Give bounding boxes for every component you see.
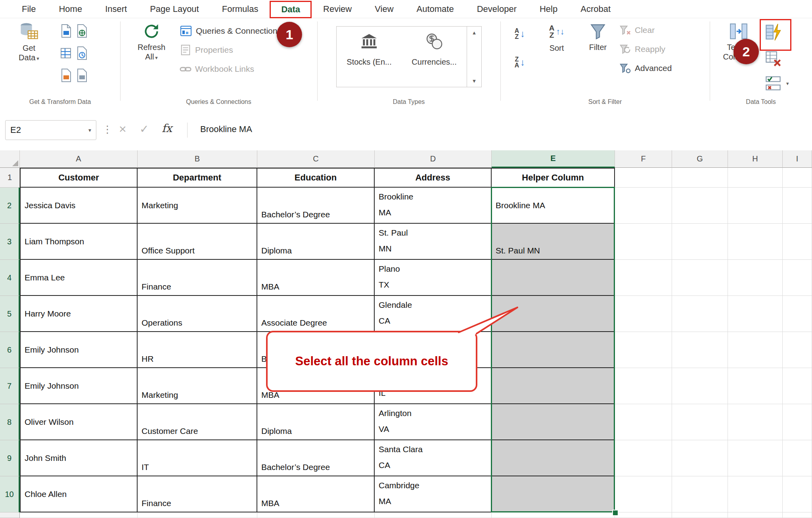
cell-empty[interactable] — [728, 224, 783, 260]
cell-helper[interactable] — [492, 440, 615, 476]
cell-empty[interactable] — [672, 440, 728, 476]
cell-education[interactable]: MBA — [257, 476, 375, 512]
tab-acrobat[interactable]: Acrobat — [569, 0, 622, 18]
existing-connections-button[interactable] — [59, 68, 72, 84]
cell-empty[interactable] — [672, 476, 728, 512]
cell-empty[interactable] — [783, 404, 812, 440]
column-header-F[interactable]: F — [615, 150, 672, 168]
remove-duplicates-button[interactable] — [764, 48, 789, 69]
cell-empty[interactable] — [615, 404, 672, 440]
cell-helper[interactable]: St. Paul MN — [492, 224, 615, 260]
cell-empty[interactable] — [728, 188, 783, 224]
tab-data[interactable]: Data 1 — [270, 1, 312, 18]
refresh-all-button[interactable]: Refresh All▾ — [130, 20, 173, 61]
column-header-E[interactable]: E — [492, 150, 615, 168]
cell-empty[interactable] — [672, 512, 728, 518]
column-header-A[interactable]: A — [20, 150, 138, 168]
cell-customer[interactable]: John Smith — [20, 440, 138, 476]
cell-empty[interactable] — [672, 260, 728, 296]
fill-handle[interactable] — [612, 510, 619, 516]
cell-education[interactable]: Associate Degree — [257, 296, 375, 332]
cell-helper[interactable] — [492, 368, 615, 404]
table-header-helper-column[interactable]: Helper Column — [492, 168, 615, 188]
cell-empty[interactable] — [783, 296, 812, 332]
cell-education[interactable]: Diploma — [257, 404, 375, 440]
cell-empty[interactable] — [492, 512, 615, 518]
tab-file[interactable]: File — [10, 0, 47, 18]
cell-customer[interactable]: Jessica Davis — [20, 188, 138, 224]
column-header-G[interactable]: G — [672, 150, 728, 168]
cell-education[interactable]: MBA — [257, 260, 375, 296]
cell-empty[interactable] — [672, 296, 728, 332]
cell-address[interactable]: CambridgeMA — [375, 476, 492, 512]
insert-function-button[interactable]: fx — [162, 122, 172, 135]
cell-customer[interactable]: Emily Johnson — [20, 368, 138, 404]
from-web-button[interactable] — [75, 24, 88, 40]
cell-customer[interactable]: Oliver Wilson — [20, 404, 138, 440]
table-header-education[interactable]: Education — [257, 168, 375, 188]
row-header-9[interactable]: 9 — [0, 440, 20, 476]
formula-bar-drag-handle[interactable]: ⋮ — [102, 123, 113, 136]
row-header-4[interactable]: 4 — [0, 260, 20, 296]
chevron-down-icon[interactable]: ▾ — [88, 127, 91, 133]
select-all-corner[interactable] — [0, 150, 20, 168]
cell-empty[interactable] — [20, 512, 138, 518]
cell-empty[interactable] — [783, 440, 812, 476]
table-header-customer[interactable]: Customer — [20, 168, 138, 188]
cell-empty[interactable] — [615, 188, 672, 224]
cell-empty[interactable] — [783, 332, 812, 368]
cell-empty[interactable] — [728, 512, 783, 518]
cell-empty[interactable] — [257, 512, 375, 518]
cell-department[interactable]: Office Support — [138, 224, 257, 260]
cell-department[interactable]: Marketing — [138, 188, 257, 224]
gallery-more-button[interactable]: ▴ ▾ — [467, 27, 481, 87]
cell-empty[interactable] — [783, 168, 812, 188]
cell-address[interactable]: BrooklineMA — [375, 188, 492, 224]
cell-empty[interactable] — [615, 512, 672, 518]
cell-empty[interactable] — [728, 168, 783, 188]
row-header-5[interactable]: 5 — [0, 296, 20, 332]
cell-empty[interactable] — [615, 368, 672, 404]
table-header-department[interactable]: Department — [138, 168, 257, 188]
column-header-I[interactable]: I — [783, 150, 812, 168]
cancel-button[interactable]: × — [119, 122, 126, 136]
column-header-B[interactable]: B — [138, 150, 257, 168]
cell-empty[interactable] — [138, 512, 257, 518]
row-header-partial[interactable] — [0, 512, 20, 518]
cell-department[interactable]: Finance — [138, 476, 257, 512]
cell-customer[interactable]: Harry Moore — [20, 296, 138, 332]
cell-empty[interactable] — [672, 224, 728, 260]
tab-review[interactable]: Review — [312, 0, 363, 18]
cell-helper[interactable] — [492, 260, 615, 296]
cell-empty[interactable] — [672, 332, 728, 368]
row-header-10[interactable]: 10 — [0, 476, 20, 512]
stocks-data-type-button[interactable]: Stocks (En... — [337, 27, 402, 87]
cell-empty[interactable] — [615, 168, 672, 188]
cell-address[interactable]: St. PaulMN — [375, 224, 492, 260]
cell-empty[interactable] — [615, 332, 672, 368]
sort-descending-button[interactable]: ZA ↓ — [507, 50, 533, 75]
cell-empty[interactable] — [728, 476, 783, 512]
tab-home[interactable]: Home — [47, 0, 94, 18]
column-header-C[interactable]: C — [257, 150, 375, 168]
tab-page-layout[interactable]: Page Layout — [138, 0, 211, 18]
sort-button[interactable]: AZ ↑↓ Sort — [538, 20, 575, 53]
cell-education[interactable]: Bachelor’s Degree — [257, 188, 375, 224]
cell-helper[interactable]: Brookline MA — [492, 188, 615, 224]
cell-empty[interactable] — [615, 224, 672, 260]
cell-empty[interactable] — [615, 296, 672, 332]
cell-empty[interactable] — [783, 260, 812, 296]
cell-helper[interactable] — [492, 296, 615, 332]
cell-empty[interactable] — [672, 368, 728, 404]
cell-empty[interactable] — [783, 188, 812, 224]
cell-customer[interactable]: Chloe Allen — [20, 476, 138, 512]
cell-education[interactable]: Bachelor’s Degree — [257, 440, 375, 476]
name-box[interactable]: E2 ▾ — [5, 120, 96, 140]
cell-empty[interactable] — [672, 188, 728, 224]
row-header-2[interactable]: 2 — [0, 188, 20, 224]
tab-formulas[interactable]: Formulas — [211, 0, 270, 18]
filter-button[interactable]: Filter — [580, 20, 616, 52]
cell-customer[interactable]: Emma Lee — [20, 260, 138, 296]
cell-empty[interactable] — [728, 296, 783, 332]
cell-empty[interactable] — [783, 368, 812, 404]
